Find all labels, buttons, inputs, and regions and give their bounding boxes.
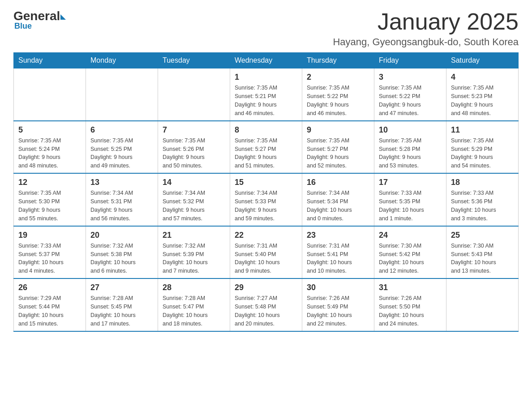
calendar-cell: 1Sunrise: 7:35 AMSunset: 5:21 PMDaylight… — [230, 68, 302, 121]
calendar-cell — [86, 68, 158, 121]
day-number: 6 — [90, 124, 153, 136]
day-info: Sunrise: 7:35 AMSunset: 5:23 PMDaylight:… — [451, 85, 493, 116]
location-title: Hayang, Gyeongsangbuk-do, South Korea — [333, 36, 519, 48]
weekday-header-thursday: Thursday — [302, 53, 374, 68]
day-info: Sunrise: 7:32 AMSunset: 5:39 PMDaylight:… — [163, 243, 208, 274]
calendar-cell: 17Sunrise: 7:33 AMSunset: 5:35 PMDayligh… — [374, 173, 446, 226]
day-number: 25 — [451, 229, 514, 241]
calendar-cell: 30Sunrise: 7:26 AMSunset: 5:49 PMDayligh… — [302, 278, 374, 331]
calendar-table: SundayMondayTuesdayWednesdayThursdayFrid… — [13, 52, 519, 331]
weekday-header-friday: Friday — [374, 53, 446, 68]
calendar-cell: 21Sunrise: 7:32 AMSunset: 5:39 PMDayligh… — [158, 226, 230, 278]
calendar-cell: 5Sunrise: 7:35 AMSunset: 5:24 PMDaylight… — [14, 121, 86, 173]
day-info: Sunrise: 7:26 AMSunset: 5:50 PMDaylight:… — [379, 295, 424, 327]
day-number: 3 — [379, 71, 442, 83]
calendar-cell: 12Sunrise: 7:35 AMSunset: 5:30 PMDayligh… — [14, 173, 86, 226]
logo-triangle-icon — [60, 14, 66, 20]
weekday-header-saturday: Saturday — [446, 53, 519, 68]
day-number: 20 — [90, 229, 153, 241]
logo: General Blue — [13, 9, 66, 31]
day-number: 19 — [18, 229, 81, 241]
calendar-cell: 16Sunrise: 7:34 AMSunset: 5:34 PMDayligh… — [302, 173, 374, 226]
day-number: 18 — [451, 176, 514, 188]
day-info: Sunrise: 7:33 AMSunset: 5:35 PMDaylight:… — [379, 190, 424, 222]
calendar-cell: 13Sunrise: 7:34 AMSunset: 5:31 PMDayligh… — [86, 173, 158, 226]
calendar-cell: 19Sunrise: 7:33 AMSunset: 5:37 PMDayligh… — [14, 226, 86, 278]
day-info: Sunrise: 7:30 AMSunset: 5:43 PMDaylight:… — [451, 243, 496, 274]
week-row-2: 12Sunrise: 7:35 AMSunset: 5:30 PMDayligh… — [14, 173, 519, 226]
day-info: Sunrise: 7:26 AMSunset: 5:49 PMDaylight:… — [307, 295, 352, 327]
month-title: January 2025 — [333, 9, 519, 34]
day-info: Sunrise: 7:35 AMSunset: 5:24 PMDaylight:… — [18, 137, 61, 169]
day-number: 24 — [379, 229, 442, 241]
day-info: Sunrise: 7:31 AMSunset: 5:40 PMDaylight:… — [235, 243, 280, 274]
day-info: Sunrise: 7:35 AMSunset: 5:25 PMDaylight:… — [90, 137, 133, 169]
day-number: 28 — [163, 282, 225, 293]
day-number: 8 — [235, 124, 297, 136]
week-row-4: 26Sunrise: 7:29 AMSunset: 5:44 PMDayligh… — [14, 278, 519, 331]
weekday-header-tuesday: Tuesday — [158, 53, 230, 68]
calendar-cell: 8Sunrise: 7:35 AMSunset: 5:27 PMDaylight… — [230, 121, 302, 173]
day-number: 14 — [163, 176, 225, 188]
day-number: 16 — [307, 176, 369, 188]
day-info: Sunrise: 7:35 AMSunset: 5:27 PMDaylight:… — [235, 137, 277, 169]
calendar-cell: 20Sunrise: 7:32 AMSunset: 5:38 PMDayligh… — [86, 226, 158, 278]
header: General Blue January 2025 Hayang, Gyeong… — [13, 9, 519, 48]
day-info: Sunrise: 7:31 AMSunset: 5:41 PMDaylight:… — [307, 243, 352, 274]
day-info: Sunrise: 7:35 AMSunset: 5:28 PMDaylight:… — [379, 137, 421, 169]
week-row-0: 1Sunrise: 7:35 AMSunset: 5:21 PMDaylight… — [14, 68, 519, 121]
day-info: Sunrise: 7:33 AMSunset: 5:36 PMDaylight:… — [451, 190, 496, 222]
day-info: Sunrise: 7:34 AMSunset: 5:31 PMDaylight:… — [90, 190, 133, 222]
day-number: 17 — [379, 176, 442, 188]
calendar-cell: 29Sunrise: 7:27 AMSunset: 5:48 PMDayligh… — [230, 278, 302, 331]
day-info: Sunrise: 7:35 AMSunset: 5:22 PMDaylight:… — [379, 85, 421, 116]
day-info: Sunrise: 7:35 AMSunset: 5:22 PMDaylight:… — [307, 85, 349, 116]
day-number: 31 — [379, 282, 442, 293]
day-info: Sunrise: 7:35 AMSunset: 5:27 PMDaylight:… — [307, 137, 349, 169]
day-info: Sunrise: 7:28 AMSunset: 5:45 PMDaylight:… — [90, 295, 136, 327]
day-number: 11 — [451, 124, 514, 136]
calendar-cell: 24Sunrise: 7:30 AMSunset: 5:42 PMDayligh… — [374, 226, 446, 278]
day-info: Sunrise: 7:35 AMSunset: 5:29 PMDaylight:… — [451, 137, 493, 169]
day-number: 30 — [307, 282, 369, 293]
calendar-cell: 6Sunrise: 7:35 AMSunset: 5:25 PMDaylight… — [86, 121, 158, 173]
day-info: Sunrise: 7:27 AMSunset: 5:48 PMDaylight:… — [235, 295, 280, 327]
day-info: Sunrise: 7:32 AMSunset: 5:38 PMDaylight:… — [90, 243, 136, 274]
calendar-cell: 25Sunrise: 7:30 AMSunset: 5:43 PMDayligh… — [446, 226, 519, 278]
weekday-header-monday: Monday — [86, 53, 158, 68]
title-area: January 2025 Hayang, Gyeongsangbuk-do, S… — [333, 9, 519, 48]
logo-blue-text: Blue — [14, 21, 32, 31]
calendar-cell — [446, 278, 519, 331]
day-number: 29 — [235, 282, 297, 293]
calendar-cell: 15Sunrise: 7:34 AMSunset: 5:33 PMDayligh… — [230, 173, 302, 226]
day-number: 26 — [18, 282, 81, 293]
day-number: 4 — [451, 71, 514, 83]
calendar-cell: 10Sunrise: 7:35 AMSunset: 5:28 PMDayligh… — [374, 121, 446, 173]
day-info: Sunrise: 7:28 AMSunset: 5:47 PMDaylight:… — [163, 295, 208, 327]
day-number: 1 — [235, 71, 297, 83]
calendar-cell: 22Sunrise: 7:31 AMSunset: 5:40 PMDayligh… — [230, 226, 302, 278]
day-number: 7 — [163, 124, 225, 136]
day-number: 12 — [18, 176, 81, 188]
day-number: 27 — [90, 282, 153, 293]
day-info: Sunrise: 7:35 AMSunset: 5:21 PMDaylight:… — [235, 85, 277, 116]
day-number: 21 — [163, 229, 225, 241]
week-row-1: 5Sunrise: 7:35 AMSunset: 5:24 PMDaylight… — [14, 121, 519, 173]
day-info: Sunrise: 7:35 AMSunset: 5:30 PMDaylight:… — [18, 190, 61, 222]
calendar-cell: 9Sunrise: 7:35 AMSunset: 5:27 PMDaylight… — [302, 121, 374, 173]
weekday-header-sunday: Sunday — [14, 53, 86, 68]
calendar-cell: 7Sunrise: 7:35 AMSunset: 5:26 PMDaylight… — [158, 121, 230, 173]
weekday-header-row: SundayMondayTuesdayWednesdayThursdayFrid… — [14, 53, 519, 68]
calendar-cell — [14, 68, 86, 121]
calendar-cell: 31Sunrise: 7:26 AMSunset: 5:50 PMDayligh… — [374, 278, 446, 331]
calendar-cell: 2Sunrise: 7:35 AMSunset: 5:22 PMDaylight… — [302, 68, 374, 121]
day-info: Sunrise: 7:34 AMSunset: 5:34 PMDaylight:… — [307, 190, 352, 222]
day-number: 10 — [379, 124, 442, 136]
day-number: 5 — [18, 124, 81, 136]
calendar-cell: 28Sunrise: 7:28 AMSunset: 5:47 PMDayligh… — [158, 278, 230, 331]
day-number: 22 — [235, 229, 297, 241]
calendar-cell — [158, 68, 230, 121]
calendar-cell: 3Sunrise: 7:35 AMSunset: 5:22 PMDaylight… — [374, 68, 446, 121]
day-info: Sunrise: 7:30 AMSunset: 5:42 PMDaylight:… — [379, 243, 424, 274]
calendar-cell: 11Sunrise: 7:35 AMSunset: 5:29 PMDayligh… — [446, 121, 519, 173]
